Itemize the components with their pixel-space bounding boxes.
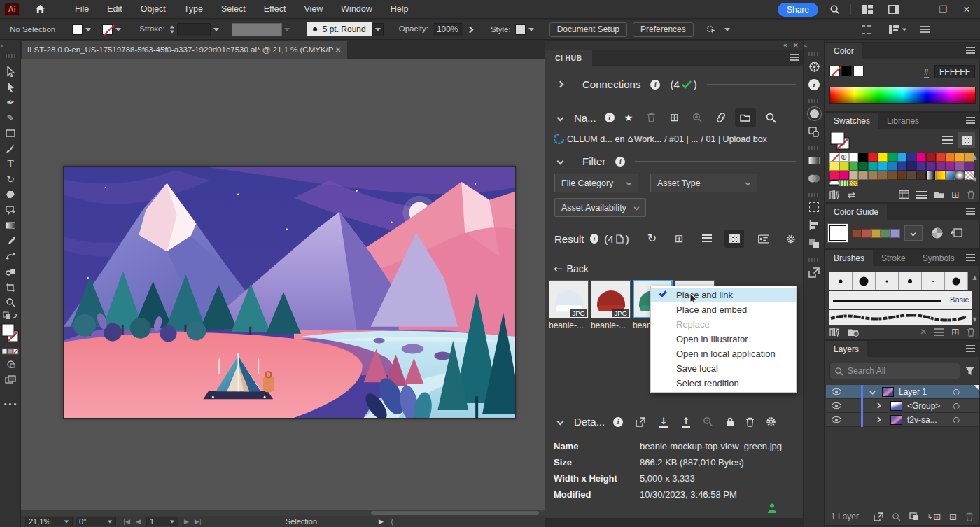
swatch[interactable] xyxy=(830,162,839,171)
window-restore-button[interactable]: ❐ xyxy=(934,2,952,17)
brush-caret-icon[interactable] xyxy=(372,23,384,36)
symbols-panel-icon[interactable] xyxy=(804,104,825,122)
menu-item[interactable]: Help xyxy=(382,0,418,19)
navigation-expander-icon[interactable] xyxy=(557,114,564,121)
snap-options-icon[interactable] xyxy=(701,22,722,37)
swatch[interactable] xyxy=(936,153,946,162)
swatch-kinds-icon[interactable] xyxy=(899,190,909,199)
new-layer-icon[interactable]: ⊞ xyxy=(949,512,957,521)
harmony-rules-dropdown[interactable] xyxy=(904,225,923,241)
menu-item-save-local[interactable]: Save local xyxy=(651,361,796,376)
status-expand-icon[interactable]: ▶ xyxy=(379,519,384,525)
filter-info-icon[interactable]: i xyxy=(615,157,625,167)
color-white-swatch[interactable] xyxy=(853,66,864,76)
swatches-panel-menu-icon[interactable] xyxy=(966,117,975,124)
swatch-grid-view-icon-active[interactable] xyxy=(958,132,975,148)
more-tools-icon[interactable]: ••• xyxy=(0,397,21,412)
preferences-button[interactable]: Preferences xyxy=(633,22,694,37)
last-artboard-icon[interactable]: ▶| xyxy=(195,519,202,525)
screen-mode-icon[interactable] xyxy=(0,372,21,387)
cihub-tab[interactable]: CI HUB xyxy=(545,50,592,66)
menu-item-open-in-illustrator[interactable]: Open in Illustrator xyxy=(651,332,796,346)
target-circle-icon[interactable]: ○ xyxy=(953,402,960,409)
export-panel-icon[interactable] xyxy=(804,263,825,281)
grid-view-button-active[interactable] xyxy=(724,230,743,248)
brush-swatch[interactable] xyxy=(876,272,899,290)
swatch[interactable] xyxy=(839,153,849,162)
swatch[interactable] xyxy=(888,153,897,162)
expand-dock-icon[interactable]: « xyxy=(804,43,808,51)
layer-row-group[interactable]: <Group> ○ xyxy=(826,399,979,413)
type-tool[interactable]: T xyxy=(0,156,21,171)
info-panel-icon[interactable]: i xyxy=(804,76,825,94)
tab-color-guide[interactable]: Color Guide xyxy=(825,204,887,220)
link-icon[interactable] xyxy=(715,113,727,122)
brush-swatch[interactable] xyxy=(945,272,968,290)
asset-thumbnail[interactable]: JPG beanie-... xyxy=(591,280,631,330)
search-assets-icon[interactable] xyxy=(766,113,776,123)
visibility-eye-icon[interactable] xyxy=(832,388,841,395)
harmony-swatch[interactable] xyxy=(862,229,872,238)
user-status-icon[interactable] xyxy=(766,503,778,514)
swatch[interactable] xyxy=(830,153,839,162)
rotate-tool[interactable]: ↻ xyxy=(0,171,21,187)
rotation-select[interactable]: 0° xyxy=(76,517,116,526)
control-bar-menu-icon[interactable] xyxy=(920,26,930,34)
swatch-scroll-down-icon[interactable]: ▼ xyxy=(972,177,977,183)
menu-item-place-and-link[interactable]: Place and link xyxy=(651,288,796,302)
swatch[interactable] xyxy=(839,180,849,186)
panel-close-icon[interactable]: × xyxy=(793,42,799,49)
align-panel-icon[interactable] xyxy=(804,216,825,234)
swatch[interactable] xyxy=(897,153,907,162)
swatch[interactable] xyxy=(868,153,878,162)
group-name[interactable]: <Group> xyxy=(907,401,940,411)
harmony-swatches[interactable] xyxy=(852,229,900,238)
artboard-tool[interactable] xyxy=(0,279,21,295)
swatch[interactable] xyxy=(955,153,965,162)
swatch[interactable] xyxy=(849,162,859,171)
fill-stroke-indicator[interactable] xyxy=(830,131,852,152)
edit-colors-wheel-icon[interactable] xyxy=(931,227,944,239)
image-layer-name[interactable]: t2v-sa... xyxy=(907,415,937,425)
swatch-list-view-icon[interactable] xyxy=(939,132,955,148)
brush-swatch[interactable] xyxy=(922,272,945,290)
layer-expander-icon[interactable] xyxy=(869,388,875,394)
target-circle-icon[interactable]: ○ xyxy=(953,388,960,395)
swatch[interactable] xyxy=(916,153,926,162)
cihub-panel-menu-icon[interactable] xyxy=(790,54,799,61)
collapse-tools-icon[interactable]: » xyxy=(0,43,7,52)
brush-definition-select[interactable]: ●5 pt. Round xyxy=(307,22,372,36)
brush-scroll-up-icon[interactable]: ▲ xyxy=(972,275,977,281)
brush-scroll-down-icon[interactable]: ▼ xyxy=(972,317,977,323)
opacity-value[interactable]: 100% xyxy=(433,23,463,36)
swatch[interactable] xyxy=(955,162,965,171)
direct-selection-tool[interactable] xyxy=(0,79,21,94)
add-folder-icon[interactable]: ⊞ xyxy=(670,113,679,123)
workspace-switcher-icon[interactable] xyxy=(888,22,909,37)
stroke-caret-icon[interactable] xyxy=(115,28,121,31)
new-brush-icon[interactable]: ⊞ xyxy=(951,327,960,337)
menu-item[interactable]: Window xyxy=(332,0,381,19)
layer-thumbnail[interactable] xyxy=(882,387,894,397)
touch-workspace-icon[interactable] xyxy=(855,22,876,37)
menu-item[interactable]: Edit xyxy=(98,0,132,19)
charcoal-brush-row[interactable] xyxy=(830,310,972,325)
stroke-weight-value[interactable] xyxy=(177,23,211,36)
color-panel-menu-icon[interactable] xyxy=(966,47,975,54)
first-artboard-icon[interactable]: |◀ xyxy=(123,519,130,525)
brush-swatch[interactable] xyxy=(899,272,922,290)
brush-swatch[interactable] xyxy=(853,272,876,290)
opacity-expand-icon[interactable] xyxy=(466,26,473,33)
swatch[interactable] xyxy=(878,153,888,162)
asset-export-wheel-icon[interactable] xyxy=(804,57,825,76)
harmony-swatch[interactable] xyxy=(881,229,890,238)
favorite-star-icon[interactable]: ★ xyxy=(624,113,634,122)
swatch[interactable] xyxy=(926,162,936,171)
details-expander-icon[interactable] xyxy=(557,419,564,426)
fill-caret-icon[interactable] xyxy=(85,28,91,31)
tab-stroke[interactable]: Stroke xyxy=(873,250,914,266)
swatch[interactable] xyxy=(955,171,965,180)
stroke-weight-caret-icon[interactable] xyxy=(214,28,219,31)
swatch[interactable] xyxy=(849,171,859,180)
rectangle-tool[interactable] xyxy=(0,125,21,141)
